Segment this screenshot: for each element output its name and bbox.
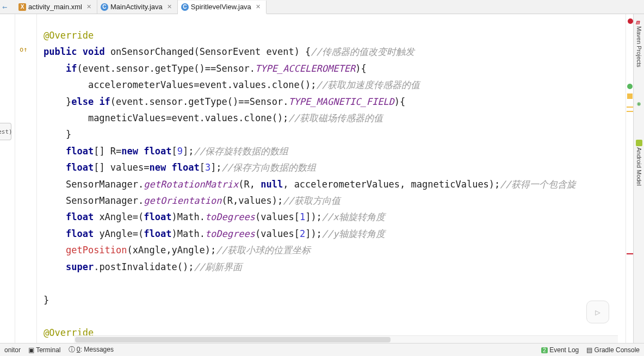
error-marker-icon[interactable] (628, 18, 633, 24)
ok-marker-icon (627, 84, 633, 89)
close-icon[interactable]: ✕ (86, 3, 91, 10)
close-icon[interactable]: ✕ (256, 3, 261, 10)
android-icon (636, 140, 642, 146)
tab-mainactivity[interactable]: C MainActivity.java ✕ (97, 0, 178, 14)
java-file-icon: C (181, 3, 189, 11)
error-line-marker-icon[interactable] (627, 253, 633, 254)
code-content: @Override public void onSensorChanged(Se… (44, 27, 626, 341)
event-log-button[interactable]: 2 Event Log (541, 346, 579, 354)
gradle-tool-button[interactable]: ◉ (637, 100, 641, 107)
tab-label: activity_main.xml (28, 3, 82, 11)
close-icon[interactable]: ✕ (167, 3, 172, 10)
warning-marker-icon[interactable] (627, 111, 633, 112)
maven-tool-button[interactable]: m Maven Projects (636, 17, 642, 67)
messages-button[interactable]: ⓘ 0: Messages (69, 345, 114, 354)
android-model-tool-button[interactable]: Android Model (636, 140, 642, 186)
right-tool-strip: m Maven Projects ◉ Android Model (633, 14, 644, 343)
tab-spiritlevelview[interactable]: C SpiritlevelView.java ✕ (178, 1, 267, 14)
java-file-icon: C (101, 3, 108, 11)
left-panel-stub[interactable]: est) (0, 123, 11, 140)
code-editor[interactable]: @Override public void onSensorChanged(Se… (37, 14, 626, 343)
xml-file-icon: X (18, 3, 26, 11)
nav-back-icon[interactable]: ← (2, 2, 7, 12)
maven-icon: m (636, 18, 640, 26)
terminal-button[interactable]: ▣ Terminal (28, 346, 60, 354)
android-monitor-button[interactable]: onitor (4, 346, 21, 354)
gradle-icon: ◉ (637, 100, 641, 107)
editor-tabs: ← X activity_main.xml ✕ C MainActivity.j… (0, 0, 644, 14)
editor-gutter: o↑ (15, 14, 37, 343)
gradle-console-button[interactable]: ▤ Gradle Console (586, 346, 640, 354)
tab-label: SpiritlevelView.java (191, 3, 251, 11)
override-gutter-icon[interactable]: o↑ (20, 46, 27, 53)
far-gutter (0, 14, 15, 343)
warning-marker-icon[interactable] (627, 107, 633, 108)
status-bar: onitor ▣ Terminal ⓘ 0: Messages 2 Event … (0, 343, 644, 356)
warning-marker-icon[interactable] (627, 93, 633, 99)
tab-label: MainActivity.java (110, 3, 163, 11)
horizontal-scrollbar[interactable] (74, 335, 618, 343)
error-stripe[interactable] (626, 14, 633, 343)
play-watermark-icon: ▷ (586, 301, 609, 323)
tab-activity-main[interactable]: X activity_main.xml ✕ (15, 0, 97, 14)
